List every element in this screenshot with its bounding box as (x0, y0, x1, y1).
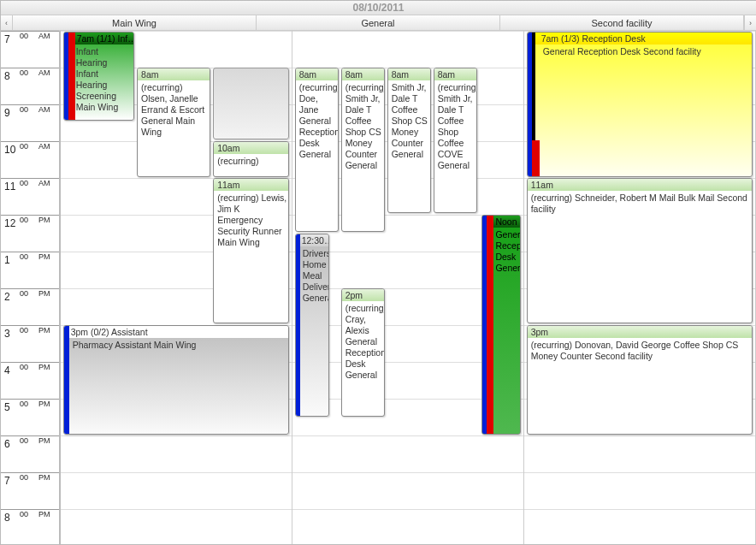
appt-smith2[interactable]: 8am Smith Jr, Dale T Coffee Shop CS Mone… (387, 68, 431, 213)
appt-header: 8am (138, 68, 210, 80)
appt-header: 11am (214, 179, 288, 191)
appt-assistant[interactable]: 3pm (0/2) Assistant Pharmacy Assistant M… (63, 325, 290, 435)
hour-12pm: 1200PM (1, 215, 59, 252)
calendar-body: 700AM 800AM 900AM 1000AM 1100AM 1200PM 1… (1, 31, 756, 544)
appt-10am[interactable]: 10am (recurring) (213, 141, 289, 177)
appt-donovan[interactable]: 3pm (recurring) Donovan, David George Co… (527, 325, 753, 435)
appt-smith3[interactable]: 8am (recurring) Smith Jr, Dale T Coffee … (434, 68, 477, 213)
appt-noon[interactable]: Noon … General Reception Desk General (481, 215, 521, 435)
hour-4pm: 400PM (1, 362, 59, 399)
date-bar: 08/10/2011 (1, 1, 756, 15)
nav-prev-button[interactable]: ‹ (1, 15, 13, 30)
date-label: 08/10/2011 (352, 2, 404, 14)
hour-10am: 1000AM (1, 141, 59, 178)
appt-body: General Reception Desk Second facility (528, 44, 753, 59)
time-gutter: 700AM 800AM 900AM 1000AM 1100AM 1200PM 1… (1, 31, 61, 544)
appt-header: 2pm (342, 289, 384, 301)
appt-schneider[interactable]: 11am (recurring) Schneider, Robert M Mai… (527, 178, 753, 323)
appt-header: 8am (296, 68, 338, 80)
appt-header: 3pm (528, 326, 753, 338)
column-header-second-facility[interactable]: Second facility (500, 15, 744, 30)
appt-cray[interactable]: 2pm (recurring) Cray, Alexis General Rec… (341, 288, 385, 417)
column-headers: ‹ Main Wing General Second facility › (1, 15, 756, 31)
hour-11am: 1100AM (1, 178, 59, 215)
appt-body: Pharmacy Assistant Main Wing (64, 338, 289, 352)
appt-doe[interactable]: 8am (recurring) Doe, Jane General Recept… (295, 68, 339, 232)
appt-olsen[interactable]: 8am (recurring) Olsen, Janelle Errand & … (137, 68, 210, 177)
column-second-facility[interactable]: 7am (1/3) Reception Desk General Recepti… (524, 31, 756, 544)
appt-header: 8am (434, 68, 476, 80)
appt-body: (recurring) (214, 154, 288, 169)
appt-body: (recurring) Smith Jr, Dale T Coffee Shop… (342, 80, 384, 173)
appt-header: 8am (342, 68, 384, 80)
appt-lewis[interactable]: 11am (recurring) Lewis, Jim K Emergency … (213, 178, 289, 323)
appt-body: (recurring) Doe, Jane General Reception … (296, 80, 338, 162)
appt-header: 7am (1/3) Reception Desk (528, 33, 753, 44)
nav-next-button[interactable]: › (744, 15, 756, 30)
hour-3pm: 300PM (1, 325, 59, 362)
appt-header: 8am (388, 68, 430, 80)
appt-grey-block[interactable] (213, 68, 289, 139)
chevron-right-icon: › (749, 19, 752, 27)
appt-reception-desk[interactable]: 7am (1/3) Reception Desk General Recepti… (527, 32, 753, 177)
column-header-general[interactable]: General (257, 15, 500, 30)
chevron-left-icon: ‹ (5, 19, 8, 27)
calendar-columns: 7am (1/1) Inf… Infant Hearing Infant Hea… (61, 31, 756, 544)
column-general[interactable]: 8am (recurring) Doe, Jane General Recept… (292, 31, 524, 544)
column-header-main-wing[interactable]: Main Wing (13, 15, 257, 30)
appt-body: (recurring) Lewis, Jim K Emergency Secur… (214, 191, 288, 250)
appt-body: Smith Jr, Dale T Coffee Shop CS Money Co… (388, 80, 430, 162)
appt-header: 10am (214, 142, 288, 154)
appt-body: (recurring) Donovan, David George Coffee… (528, 338, 753, 364)
hour-8am: 800AM (1, 68, 59, 104)
appt-body: (recurring) Smith Jr, Dale T Coffee Shop… (434, 80, 476, 173)
appt-body: Drivers Home Meal Delivery General (296, 246, 329, 305)
column-main-wing[interactable]: 7am (1/1) Inf… Infant Hearing Infant Hea… (61, 31, 292, 544)
hour-7am: 700AM (1, 31, 59, 68)
appt-body: (recurring) Schneider, Robert M Mail Bul… (528, 191, 753, 216)
appt-smith1[interactable]: 8am (recurring) Smith Jr, Dale T Coffee … (341, 68, 385, 232)
hour-5pm: 500PM (1, 399, 59, 435)
hour-8pm: 800PM (1, 509, 59, 545)
appt-header: 12:30… (296, 234, 329, 246)
appt-body: (recurring) Olsen, Janelle Errand & Esco… (138, 80, 210, 139)
appt-header: 11am (528, 179, 753, 191)
hour-2pm: 200PM (1, 288, 59, 325)
hour-7pm: 700PM (1, 472, 59, 509)
hour-1pm: 100PM (1, 252, 59, 288)
hour-9am: 900AM (1, 104, 59, 141)
appt-header: 3pm (0/2) Assistant (64, 326, 289, 338)
appt-body: (recurring) Cray, Alexis General Recepti… (342, 301, 384, 382)
hour-6pm: 600PM (1, 435, 59, 472)
appt-infant-hearing[interactable]: 7am (1/1) Inf… Infant Hearing Infant Hea… (63, 32, 135, 121)
calendar-day-view: 08/10/2011 ‹ Main Wing General Second fa… (0, 0, 756, 545)
appt-drivers[interactable]: 12:30… Drivers Home Meal Delivery Genera… (295, 234, 330, 417)
